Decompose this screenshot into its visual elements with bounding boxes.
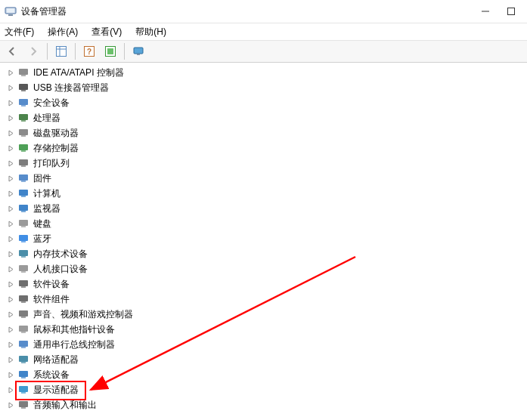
memory-tech-icon: [17, 248, 29, 260]
tree-item-monitor[interactable]: 监视器: [0, 201, 527, 216]
help-button[interactable]: ?: [79, 42, 99, 61]
expand-icon[interactable]: [6, 355, 15, 364]
expand-icon[interactable]: [6, 370, 15, 379]
svg-rect-53: [21, 362, 26, 363]
tree-item-security-device[interactable]: 安全设备: [0, 95, 527, 110]
computer-icon: [17, 187, 29, 199]
show-hide-button[interactable]: [51, 42, 71, 61]
menu-help[interactable]: 帮助(H): [134, 24, 168, 40]
expand-icon[interactable]: [6, 159, 15, 168]
tree-item-software-device[interactable]: 软件设备: [0, 276, 527, 292]
expand-icon[interactable]: [6, 325, 15, 334]
tree-item-disk-drive[interactable]: 磁盘驱动器: [0, 125, 527, 141]
svg-rect-17: [21, 90, 26, 91]
expand-icon[interactable]: [6, 174, 15, 183]
tree-item-print-queue[interactable]: 打印队列: [0, 156, 527, 171]
monitor-button[interactable]: [129, 42, 148, 61]
tree-item-label: 网络适配器: [33, 354, 79, 366]
expand-icon[interactable]: [6, 219, 15, 228]
svg-rect-19: [21, 105, 26, 107]
tree-item-label: 系统设备: [33, 369, 70, 381]
tree-item-usb-serial[interactable]: 通用串行总线控制器: [0, 337, 527, 352]
firmware-icon: [17, 172, 29, 184]
security-device-icon: [17, 97, 29, 109]
tree-item-computer[interactable]: 计算机: [0, 186, 527, 201]
expand-icon[interactable]: [6, 264, 15, 273]
svg-rect-28: [19, 174, 28, 181]
expand-icon[interactable]: [6, 204, 15, 213]
tree-item-audio-io[interactable]: 音频输入和输出: [0, 397, 527, 412]
tree-item-mouse-pointer[interactable]: 鼠标和其他指针设备: [0, 322, 527, 337]
svg-text:?: ?: [87, 48, 91, 56]
svg-rect-26: [19, 159, 28, 165]
tree-item-label: IDE ATA/ATAPI 控制器: [33, 66, 124, 79]
expand-icon[interactable]: [6, 234, 15, 243]
tree-item-keyboard[interactable]: 键盘: [0, 216, 527, 231]
svg-rect-21: [21, 120, 26, 122]
tree-item-storage-controller[interactable]: 存储控制器: [0, 141, 527, 156]
expand-icon[interactable]: [6, 340, 15, 349]
svg-rect-15: [21, 75, 26, 76]
expand-icon[interactable]: [6, 310, 15, 319]
svg-rect-51: [21, 347, 26, 348]
toolbar: ?: [0, 41, 527, 63]
menu-view[interactable]: 查看(V): [90, 24, 123, 40]
svg-rect-11: [107, 48, 113, 54]
tree-item-display-adapter[interactable]: 显示适配器: [0, 382, 527, 397]
svg-rect-56: [19, 386, 28, 392]
svg-rect-4: [508, 8, 515, 15]
maximize-button[interactable]: [498, 0, 524, 23]
window-title: 设备管理器: [21, 5, 473, 18]
tree-item-hid[interactable]: 人机接口设备: [0, 261, 527, 276]
tree-item-ide-controller[interactable]: IDE ATA/ATAPI 控制器: [0, 65, 527, 80]
app-icon: [5, 5, 17, 17]
tree-item-label: 磁盘驱动器: [33, 127, 79, 140]
expand-icon[interactable]: [6, 385, 15, 394]
tree-item-memory-tech[interactable]: 内存技术设备: [0, 246, 527, 261]
tree-item-system-device[interactable]: 系统设备: [0, 367, 527, 382]
expand-icon[interactable]: [6, 144, 15, 153]
svg-rect-34: [19, 220, 28, 226]
expand-icon[interactable]: [6, 83, 15, 92]
expand-icon[interactable]: [6, 68, 15, 77]
device-manager-window: 设备管理器 文件(F) 操作(A) 查看(V) 帮助(H): [0, 0, 527, 420]
tree-item-usb-connector[interactable]: USB 连接器管理器: [0, 80, 527, 95]
expand-icon[interactable]: [6, 400, 15, 409]
svg-rect-35: [21, 226, 26, 227]
menu-file[interactable]: 文件(F): [3, 24, 36, 40]
toolbar-separator: [124, 43, 125, 60]
minimize-button[interactable]: [473, 0, 498, 23]
svg-rect-37: [21, 241, 26, 242]
tree-item-label: 软件组件: [33, 293, 70, 306]
tree-item-bluetooth[interactable]: 蓝牙: [0, 231, 527, 246]
svg-rect-25: [21, 150, 26, 152]
expand-icon[interactable]: [6, 189, 15, 198]
svg-rect-43: [21, 286, 26, 288]
scan-button[interactable]: [101, 42, 120, 61]
svg-rect-30: [19, 190, 28, 196]
svg-rect-59: [21, 407, 26, 409]
back-button[interactable]: [2, 42, 22, 61]
tree-item-label: USB 连接器管理器: [33, 82, 109, 94]
tree-item-software-component[interactable]: 软件组件: [0, 292, 527, 307]
expand-icon[interactable]: [6, 279, 15, 289]
tree-item-firmware[interactable]: 固件: [0, 171, 527, 186]
tree-item-label: 固件: [33, 172, 51, 185]
expand-icon[interactable]: [6, 113, 15, 122]
expand-icon[interactable]: [6, 98, 15, 107]
expand-icon[interactable]: [6, 249, 15, 258]
tree-item-processor[interactable]: 处理器: [0, 110, 527, 125]
svg-rect-54: [19, 371, 28, 377]
expand-icon[interactable]: [6, 128, 15, 137]
svg-rect-27: [21, 165, 26, 167]
expand-icon[interactable]: [6, 295, 15, 304]
storage-controller-icon: [17, 142, 29, 154]
tree-item-sound-video-game[interactable]: 声音、视频和游戏控制器: [0, 307, 527, 322]
device-tree[interactable]: IDE ATA/ATAPI 控制器 USB 连接器管理器 安全设备 处理器 磁盘…: [0, 62, 527, 420]
forward-button[interactable]: [23, 42, 43, 61]
menu-action[interactable]: 操作(A): [46, 24, 79, 40]
bluetooth-icon: [17, 233, 29, 245]
tree-item-label: 通用串行总线控制器: [33, 338, 115, 351]
tree-item-network-adapter[interactable]: 网络适配器: [0, 352, 527, 367]
ide-controller-icon: [17, 66, 29, 79]
